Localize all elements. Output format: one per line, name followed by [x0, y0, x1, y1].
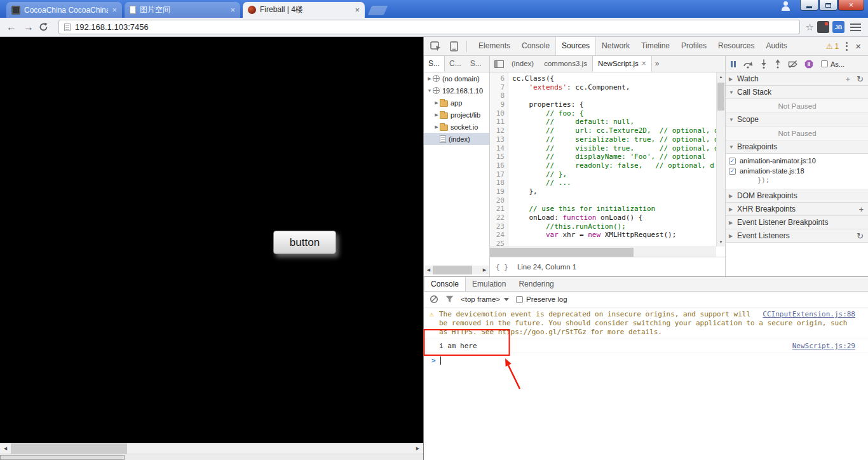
dom-breakpoints-section-header[interactable]: ▶ DOM Breakpoints — [726, 189, 868, 203]
game-button[interactable]: button — [273, 231, 336, 254]
message-source-link[interactable]: NewScript.js:29 — [792, 342, 855, 351]
editor-tab-newscript[interactable]: NewScript.js × — [592, 56, 652, 72]
tree-item-192-168-1-10[interactable]: ▼192.168.1.10 — [424, 85, 489, 97]
minimize-button[interactable] — [800, 0, 818, 11]
line-number[interactable]: 11 — [490, 118, 505, 126]
back-button[interactable]: ← — [4, 22, 18, 32]
add-xhr-breakpoint-icon[interactable]: + — [857, 205, 865, 214]
line-number[interactable]: 22 — [490, 213, 505, 222]
close-tab-icon[interactable]: × — [112, 5, 117, 15]
async-checkbox[interactable]: As... — [821, 60, 844, 68]
profile-icon[interactable] — [778, 1, 792, 11]
devtools-tab-audits[interactable]: Audits — [760, 37, 792, 55]
navigator-tab-sources[interactable]: S... — [424, 56, 445, 72]
tree-item-app[interactable]: ▶app — [424, 97, 489, 109]
line-number[interactable]: 12 — [490, 126, 505, 135]
breakpoints-section-header[interactable]: ▼ Breakpoints — [726, 140, 868, 154]
drawer-tab-rendering[interactable]: Rendering — [512, 277, 560, 291]
close-tab-icon[interactable]: × — [642, 56, 646, 72]
devtools-tab-console[interactable]: Console — [516, 37, 555, 55]
line-number[interactable]: 15 — [490, 152, 505, 161]
browser-tab-image-space[interactable]: 图片空间 × — [125, 2, 240, 18]
pause-on-exceptions-icon[interactable] — [804, 60, 813, 69]
jb-extension-icon[interactable]: JB — [832, 21, 844, 33]
step-into-icon[interactable] — [760, 59, 768, 69]
drawer-tab-emulation[interactable]: Emulation — [466, 277, 512, 291]
preserve-log-checkbox[interactable]: Preserve log — [516, 295, 567, 303]
extension-icon[interactable] — [817, 21, 829, 33]
tree-item-socket-io[interactable]: ▶socket.io — [424, 121, 489, 133]
browser-tab-fireball[interactable]: Fireball | 4楼 × — [243, 2, 365, 18]
line-number[interactable]: 7 — [490, 83, 505, 92]
devtools-tab-sources[interactable]: Sources — [555, 37, 596, 55]
drawer-tab-console[interactable]: Console — [424, 277, 466, 291]
scroll-down-icon[interactable]: ▼ — [717, 238, 725, 247]
collapse-icon[interactable]: ▼ — [426, 88, 433, 93]
scrollbar-thumb[interactable] — [433, 266, 472, 274]
expand-icon[interactable]: ▶ — [426, 76, 433, 81]
line-number[interactable]: 9 — [490, 100, 505, 109]
tab-overflow-icon[interactable]: » — [652, 56, 663, 72]
tree-item-project-lib[interactable]: ▶project/lib — [424, 109, 489, 121]
checkbox-icon[interactable] — [516, 296, 523, 303]
deactivate-breakpoints-icon[interactable] — [788, 60, 798, 69]
message-source-link[interactable]: CCInputExtension.js:88 — [763, 310, 855, 319]
reload-button[interactable] — [39, 22, 53, 32]
close-tab-icon[interactable]: × — [230, 5, 235, 15]
more-options-icon[interactable] — [846, 41, 848, 51]
expand-icon[interactable]: ▶ — [433, 125, 440, 130]
devtools-tab-network[interactable]: Network — [596, 37, 635, 55]
url-text[interactable]: 192.168.1.103:7456 — [75, 22, 149, 32]
scroll-right-icon[interactable]: ▶ — [480, 266, 489, 274]
window-bottom-scrollbar[interactable] — [0, 454, 423, 460]
devtools-tab-elements[interactable]: Elements — [473, 37, 516, 55]
editor-tab-index[interactable]: (index) — [506, 56, 539, 72]
pretty-print-icon[interactable]: { } — [496, 263, 508, 271]
breakpoint-checkbox[interactable]: ✓ — [729, 168, 736, 175]
refresh-event-listeners-icon[interactable]: ↻ — [855, 231, 865, 241]
line-number[interactable]: 19 — [490, 187, 505, 196]
line-number[interactable]: 16 — [490, 161, 505, 170]
browser-tab-cocoachina[interactable]: CocoaChina CocoaChina... × — [6, 2, 122, 18]
add-watch-icon[interactable]: + — [844, 74, 853, 84]
device-mode-icon[interactable] — [445, 39, 462, 54]
scroll-left-icon[interactable]: ◀ — [0, 443, 11, 454]
editor-horizontal-scrollbar[interactable] — [490, 247, 716, 257]
event-listeners-section-header[interactable]: ▶ Event Listeners ↻ — [726, 229, 868, 243]
line-number[interactable]: 17 — [490, 170, 505, 179]
checkbox-icon[interactable] — [821, 60, 828, 67]
line-number[interactable]: 23 — [490, 222, 505, 231]
breakpoint-item[interactable]: ✓animation-animator.js:10 — [726, 156, 868, 166]
devtools-tab-timeline[interactable]: Timeline — [635, 37, 675, 55]
scroll-up-icon[interactable]: ▲ — [717, 72, 725, 81]
close-window-button[interactable]: × — [838, 0, 864, 11]
step-over-icon[interactable] — [743, 60, 754, 69]
line-number[interactable]: 10 — [490, 109, 505, 118]
line-number[interactable]: 24 — [490, 231, 505, 240]
editor-tab-commons3[interactable]: commons3.js — [539, 56, 592, 72]
inspect-element-icon[interactable] — [428, 39, 444, 54]
pause-script-icon[interactable] — [730, 60, 736, 68]
refresh-watch-icon[interactable]: ↻ — [855, 74, 865, 84]
devtools-tab-resources[interactable]: Resources — [712, 37, 760, 55]
scrollbar-thumb[interactable] — [0, 455, 125, 460]
navigator-tab-snippets[interactable]: S... — [466, 56, 486, 72]
address-bar[interactable]: 192.168.1.103:7456 — [58, 20, 800, 34]
console-prompt[interactable]: > — [424, 353, 868, 365]
line-number[interactable]: 13 — [490, 135, 505, 144]
close-tab-icon[interactable]: × — [355, 5, 360, 15]
line-number[interactable]: 14 — [490, 144, 505, 153]
expand-icon[interactable]: ▶ — [433, 112, 440, 118]
navigator-scrollbar[interactable]: ◀ ▶ — [424, 266, 489, 274]
navigator-tab-content-scripts[interactable]: C... — [445, 56, 466, 72]
expand-icon[interactable]: ▶ — [433, 100, 440, 105]
toggle-navigator-icon[interactable] — [494, 60, 504, 68]
breakpoint-item[interactable]: ✓animation-state.js:18 — [726, 166, 868, 176]
clear-console-icon[interactable] — [430, 295, 438, 304]
line-number[interactable]: 20 — [490, 196, 505, 205]
page-security-icon[interactable] — [64, 24, 71, 31]
filter-icon[interactable] — [445, 295, 454, 303]
maximize-button[interactable] — [819, 0, 837, 11]
line-number[interactable]: 18 — [490, 179, 505, 187]
forward-button[interactable]: → — [22, 22, 36, 32]
